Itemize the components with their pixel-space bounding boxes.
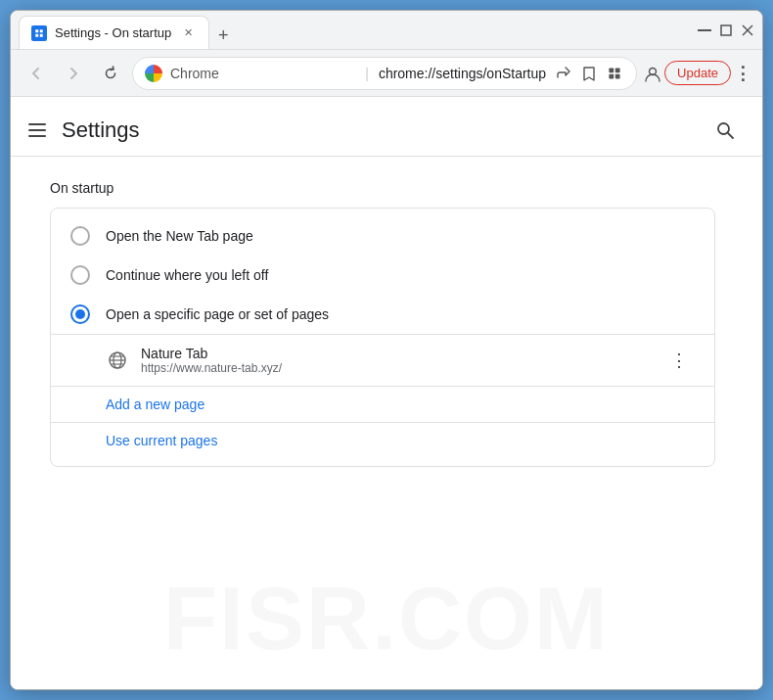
settings-header: Settings — [11, 97, 762, 157]
option-specific-label: Open a specific page or set of pages — [106, 306, 329, 322]
options-card: Open the New Tab page Continue where you… — [50, 208, 715, 467]
active-tab[interactable]: Settings - On startup ✕ — [19, 16, 209, 49]
tab-favicon — [31, 25, 47, 41]
bookmark-icon[interactable] — [579, 64, 599, 83]
page-more-button[interactable]: ⋮ — [663, 345, 695, 376]
svg-rect-5 — [615, 68, 620, 72]
page-info: Nature Tab https://www.nature-tab.xyz/ — [141, 346, 652, 375]
svg-rect-6 — [609, 73, 614, 78]
toolbar-right: Update ⋮ — [643, 61, 752, 85]
forward-button[interactable] — [58, 58, 89, 89]
settings-search-button[interactable] — [707, 113, 743, 148]
profile-icon[interactable] — [643, 64, 662, 83]
settings-title: Settings — [62, 117, 140, 143]
option-new-tab-label: Open the New Tab page — [106, 228, 253, 244]
content-wrapper: Settings On startup Open the New Tab pag… — [11, 97, 762, 689]
address-icons — [554, 64, 624, 83]
settings-content: On startup Open the New Tab page Continu… — [11, 157, 762, 689]
address-url: chrome://settings/onStartup — [379, 66, 546, 81]
radio-new-tab[interactable] — [70, 226, 90, 246]
svg-point-9 — [718, 123, 729, 134]
svg-rect-1 — [721, 25, 731, 35]
option-continue-label: Continue where you left off — [106, 267, 268, 283]
radio-specific[interactable] — [70, 304, 90, 324]
refresh-button[interactable] — [95, 58, 126, 89]
settings-page: Settings On startup Open the New Tab pag… — [11, 97, 762, 689]
toolbar: Chrome | chrome://settings/onStartup Upd… — [11, 50, 762, 97]
menu-dots-button[interactable]: ⋮ — [733, 64, 752, 83]
tab-close-button[interactable]: ✕ — [179, 24, 197, 42]
radio-continue[interactable] — [70, 265, 90, 285]
minimize-button[interactable] — [698, 23, 711, 37]
radio-specific-fill — [75, 309, 85, 319]
close-button[interactable] — [741, 23, 754, 37]
option-new-tab[interactable]: Open the New Tab page — [51, 216, 714, 256]
option-specific[interactable]: Open a specific page or set of pages — [51, 295, 714, 334]
browser-window: Settings - On startup ✕ + — [10, 10, 763, 690]
hamburger-menu-button[interactable] — [26, 118, 50, 142]
page-entry: Nature Tab https://www.nature-tab.xyz/ ⋮ — [51, 335, 714, 386]
svg-rect-7 — [615, 73, 620, 78]
use-current-pages-link[interactable]: Use current pages — [51, 423, 714, 458]
back-button[interactable] — [21, 58, 52, 89]
page-name: Nature Tab — [141, 346, 652, 361]
maximize-button[interactable] — [719, 23, 733, 37]
chrome-logo-icon — [145, 65, 162, 82]
svg-rect-4 — [609, 68, 614, 72]
address-bar[interactable]: Chrome | chrome://settings/onStartup — [132, 57, 637, 90]
share-icon[interactable] — [554, 64, 573, 83]
globe-icon — [106, 349, 129, 372]
title-bar: Settings - On startup ✕ + — [11, 11, 762, 50]
update-button[interactable]: Update — [664, 61, 731, 85]
window-controls — [698, 23, 754, 37]
new-tab-button[interactable]: + — [209, 22, 237, 49]
section-title: On startup — [50, 180, 723, 196]
settings-header-left: Settings — [26, 117, 140, 143]
add-new-page-link[interactable]: Add a new page — [51, 387, 714, 422]
tab-title: Settings - On startup — [55, 25, 171, 40]
address-separator: | — [365, 66, 369, 81]
option-continue[interactable]: Continue where you left off — [51, 256, 714, 295]
tab-area: Settings - On startup ✕ + — [19, 11, 686, 49]
svg-line-10 — [728, 133, 733, 138]
page-url: https://www.nature-tab.xyz/ — [141, 361, 652, 375]
svg-rect-0 — [698, 29, 711, 31]
address-brand: Chrome — [170, 66, 355, 81]
extension-icon[interactable] — [605, 64, 624, 83]
